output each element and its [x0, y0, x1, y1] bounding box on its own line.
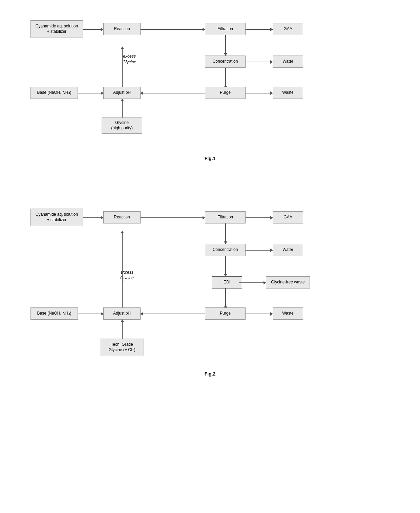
fig2-waste-box: Waste	[273, 307, 303, 320]
fig2-arrow-edi-purge	[225, 288, 226, 309]
fig2-arrow-edi-glycinefree	[239, 282, 266, 283]
fig1-arrow-purge-adjustph	[141, 93, 205, 93]
fig2-purge-box: Purge	[205, 307, 246, 320]
fig2-arrow-purge-adjustph	[141, 314, 205, 314]
fig1-reaction-box: Reaction	[103, 23, 141, 35]
fig2-glycine-box: Tech. GradeGlycine (+ Cl⁻)	[100, 339, 144, 356]
fig2-arrow-base-adjustph	[78, 314, 103, 314]
fig1-arrow-glycine-adjustph	[122, 99, 123, 117]
fig2-concentration-box: Concentration	[205, 244, 246, 256]
fig2-arrow-cyanamide-reaction	[83, 217, 103, 218]
fig1-arrow-purge-waste	[246, 93, 273, 93]
fig1-excess-glycine-label: excessGlycine	[116, 54, 143, 65]
fig1-purge-box: Purge	[205, 87, 246, 99]
fig1-arrow-filtration-gaa	[246, 29, 273, 30]
fig1-filtration-box: Filtration	[205, 23, 246, 35]
fig2-arrow-adjustph-reaction	[122, 231, 123, 307]
fig1-glycine-box: Glycine(high purity)	[102, 117, 142, 134]
fig1-arrow-base-adjustph	[78, 93, 103, 93]
fig2-diagram: Cyanamide aq. solution+ stabilizer React…	[24, 198, 396, 368]
fig1-water-box: Water	[273, 56, 303, 68]
fig2-cyanamide-box: Cyanamide aq. solution+ stabilizer	[30, 209, 83, 226]
fig2-arrow-filtration-concentration	[225, 223, 226, 244]
fig1-cyanamide-box: Cyanamide aq. solution+ stabilizer	[30, 20, 83, 38]
fig1-diagram: Cyanamide aq. solution+ stabilizer React…	[24, 10, 396, 152]
fig2-base-box: Base (NaOH, NH₃)	[30, 307, 78, 320]
fig2-gaa-box: GAA	[273, 211, 303, 223]
fig1-arrow-adjustph-reaction	[122, 47, 123, 87]
fig2-glycinefree-box: Glycine-free waste	[266, 276, 310, 288]
fig1-waste-box: Waste	[273, 87, 303, 99]
fig1-arrow-filtration-concentration	[225, 35, 226, 56]
fig1-arrow-reaction-filtration	[141, 29, 205, 30]
fig1-gaa-box: GAA	[273, 23, 303, 35]
fig2-arrow-concentration-water	[246, 250, 273, 251]
fig2-adjustph-box: Adjust pH	[103, 307, 141, 320]
fig1-container: Cyanamide aq. solution+ stabilizer React…	[24, 10, 396, 175]
fig2-arrow-purge-waste	[246, 314, 273, 314]
fig2-arrow-glycine-adjustph	[122, 320, 123, 339]
fig2-filtration-box: Filtration	[205, 211, 246, 223]
fig2-label: Fig.2	[24, 371, 396, 377]
fig1-label: Fig.1	[24, 156, 396, 161]
fig2-edi-box: EDI	[212, 276, 242, 288]
fig1-concentration-box: Concentration	[205, 56, 246, 68]
fig1-base-box: Base (NaOH, NH₃)	[30, 87, 78, 99]
fig1-adjustph-box: Adjust pH	[103, 87, 141, 99]
fig2-reaction-box: Reaction	[103, 211, 141, 223]
fig2-excess-glycine-label: excessGlycine	[113, 270, 141, 281]
fig2-arrow-concentration-edi	[225, 256, 226, 276]
fig2-arrow-filtration-gaa	[246, 217, 273, 218]
fig1-arrow-cyanamide-reaction	[83, 29, 103, 30]
fig1-arrow-concentration-water	[246, 62, 273, 62]
fig2-water-box: Water	[273, 244, 303, 256]
fig1-arrow-concentration-purge	[225, 68, 226, 88]
fig2-container: Cyanamide aq. solution+ stabilizer React…	[24, 198, 396, 390]
fig2-arrow-reaction-filtration	[141, 217, 205, 218]
